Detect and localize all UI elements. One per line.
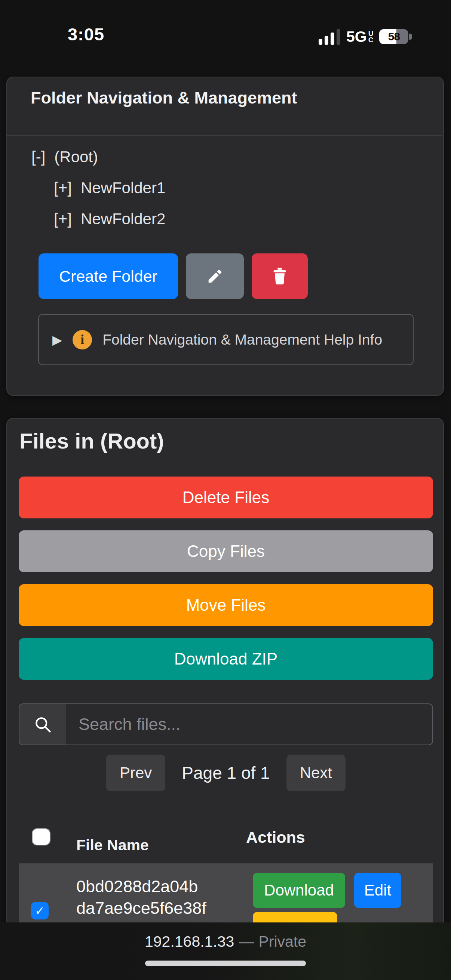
disclosure-triangle-icon[interactable]: ▶ [53, 332, 62, 347]
search-icon-addon [19, 704, 66, 745]
delete-files-button[interactable]: Delete Files [19, 477, 433, 519]
column-header-actions: Actions [246, 828, 305, 846]
status-icons: 5G U C 58 [319, 26, 408, 47]
card-divider [7, 135, 441, 136]
home-indicator[interactable] [145, 961, 306, 966]
network-type: 5G U C [346, 28, 373, 46]
network-label: 5G [346, 28, 367, 46]
info-icon: i [73, 330, 92, 350]
row-checkbox-checked[interactable]: ✓ [31, 902, 49, 920]
battery-icon: 58 [379, 29, 408, 44]
battery-percent: 58 [379, 29, 408, 44]
search-icon [33, 714, 53, 734]
tree-label[interactable]: NewFolder1 [81, 179, 165, 197]
select-all-checkbox[interactable] [32, 828, 51, 845]
prev-page-button[interactable]: Prev [106, 755, 165, 791]
tree-item-newfolder1[interactable]: [+] NewFolder1 [54, 179, 165, 197]
tree-toggle-expand[interactable]: [+] [54, 210, 72, 228]
tree-label[interactable]: NewFolder2 [81, 210, 165, 228]
address-separator: — [239, 933, 254, 950]
trash-icon [270, 266, 290, 286]
help-summary-label[interactable]: Folder Navigation & Management Help Info [102, 331, 382, 348]
network-uc-badge: U C [368, 30, 374, 43]
tree-item-root[interactable]: [-] (Root) [32, 148, 98, 166]
delete-folder-button[interactable] [252, 253, 308, 299]
edit-file-button[interactable]: Edit [354, 873, 401, 908]
column-header-file-name: File Name [76, 837, 149, 854]
copy-files-button[interactable]: Copy Files [19, 530, 433, 572]
check-icon: ✓ [35, 904, 45, 918]
file-search [19, 703, 433, 745]
download-file-button[interactable]: Download [253, 873, 345, 908]
pencil-icon [205, 266, 225, 286]
file-name-line2: da7ae9ce5f6e38f [76, 899, 206, 918]
next-page-button[interactable]: Next [287, 755, 346, 791]
move-files-button[interactable]: Move Files [19, 584, 433, 626]
address-bar[interactable]: 192.168.1.33 — Private [0, 933, 451, 950]
tree-label[interactable]: (Root) [54, 148, 98, 166]
tree-item-newfolder2[interactable]: [+] NewFolder2 [54, 210, 165, 228]
phone-screen: 3:05 5G U C 58 Folder Navigation & Manag… [0, 0, 451, 980]
create-folder-button[interactable]: Create Folder [38, 253, 178, 299]
safari-bottom-bar: 192.168.1.33 — Private [0, 923, 451, 980]
status-time: 3:05 [53, 24, 120, 45]
battery-nub [409, 33, 412, 40]
pagination: Prev Page 1 of 1 Next [19, 755, 433, 791]
folder-card-title: Folder Navigation & Management [31, 88, 297, 108]
private-mode-label: Private [258, 933, 306, 950]
address-host[interactable]: 192.168.1.33 [145, 933, 234, 950]
help-disclosure[interactable]: ▶ i Folder Navigation & Management Help … [38, 314, 414, 365]
file-name-line1: 0bd0288d2a04b [76, 877, 198, 896]
page-status: Page 1 of 1 [182, 763, 269, 783]
signal-strength-icon [319, 29, 340, 45]
search-input[interactable] [66, 704, 432, 745]
rename-folder-button[interactable] [186, 253, 244, 299]
tree-toggle-expand[interactable]: [+] [54, 179, 72, 197]
files-card-title: Files in (Root) [19, 428, 164, 453]
download-zip-button[interactable]: Download ZIP [19, 638, 433, 680]
tree-toggle-collapse[interactable]: [-] [32, 148, 45, 166]
